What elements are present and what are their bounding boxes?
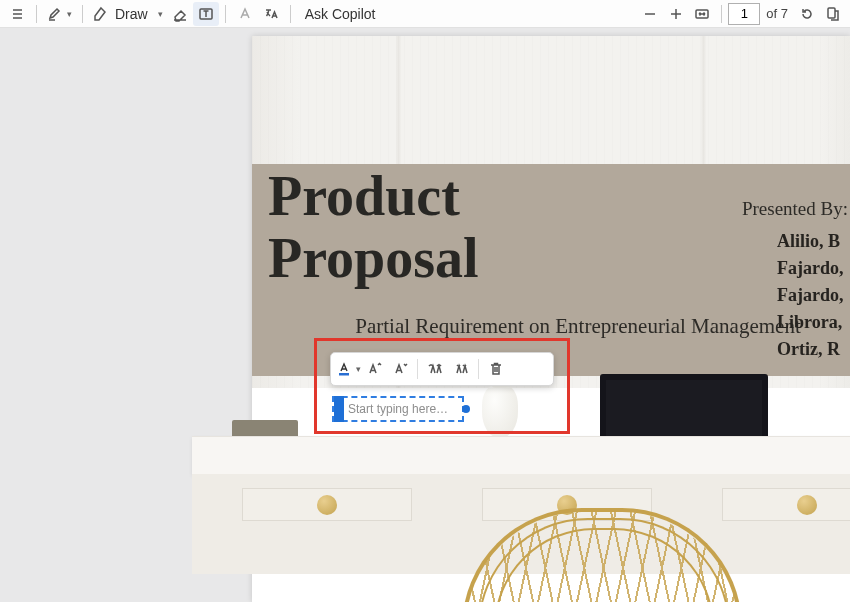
drawer-image [242,488,412,521]
add-text-button[interactable] [193,2,219,26]
text-style-button[interactable] [232,2,258,26]
ask-copilot-button[interactable]: Ask Copilot [297,2,384,26]
textbox-icon [198,6,214,22]
author-list: Alilio, B Fajardo, Fajardo, Librora, Ort… [777,228,850,363]
fit-width-button[interactable] [689,2,715,26]
page-1: Product Proposal Partial Requirement on … [252,36,850,602]
font-color-icon [336,361,352,377]
page-total-label: of 7 [766,6,788,21]
chevron-down-icon: ▾ [158,9,163,19]
highlighter-button[interactable]: ▾ [43,2,76,26]
toolbar-separator [721,5,722,23]
document-subtitle: Partial Requirement on Entrepreneurial M… [338,314,818,339]
minus-icon [642,6,658,22]
chevron-down-icon: ▾ [356,364,361,374]
document-canvas[interactable]: Product Proposal Partial Requirement on … [0,28,850,602]
font-decrease-icon [392,361,408,377]
author-name: Librora, [777,309,850,336]
textbox-resize-handle[interactable] [462,405,470,413]
author-name: Fajardo, [777,255,850,282]
draw-tool[interactable]: Draw ▾ [89,6,167,22]
document-title: Product Proposal [268,166,479,289]
font-icon [237,6,253,22]
translate-icon [263,6,279,22]
list-icon [9,6,25,22]
text-format-popup: ▾ [330,352,554,386]
zoom-out-button[interactable] [637,2,663,26]
highlighter-icon [47,6,63,22]
increase-font-button[interactable] [361,356,387,382]
zoom-in-button[interactable] [663,2,689,26]
textbox-placeholder: Start typing here… [344,402,448,416]
page-view-icon [825,6,841,22]
rotate-icon [799,6,815,22]
new-text-box[interactable]: Start typing here… [332,396,464,422]
toolbar-separator [82,5,83,23]
pdf-toolbar: ▾ Draw ▾ Ask Copilot of 7 [0,0,850,28]
pen-icon [93,6,109,22]
page-view-button[interactable] [820,2,846,26]
toolbar-separator [290,5,291,23]
rotate-button[interactable] [794,2,820,26]
svg-rect-2 [828,8,835,18]
svg-rect-3 [339,373,349,376]
author-name: Fajardo, [777,282,850,309]
decrease-font-button[interactable] [387,356,413,382]
chevron-down-icon: ▾ [67,9,72,19]
title-line: Proposal [268,227,479,289]
increase-spacing-button[interactable] [422,356,448,382]
toolbar-separator [36,5,37,23]
textbox-drag-handle[interactable] [334,396,344,422]
spacing-decrease-icon [453,361,469,377]
presented-by-label: Presented By: [742,198,848,220]
toolbar-separator [225,5,226,23]
draw-label: Draw [115,6,148,22]
desk-image [192,436,850,474]
contents-button[interactable] [4,2,30,26]
title-line: Product [268,165,460,227]
translate-button[interactable] [258,2,284,26]
eraser-button[interactable] [167,2,193,26]
page-number-input[interactable] [728,3,760,25]
spacing-increase-icon [427,361,443,377]
eraser-icon [172,6,188,22]
font-color-button[interactable]: ▾ [335,356,361,382]
author-name: Alilio, B [777,228,850,255]
author-name: Ortiz, R [777,336,850,363]
chair-image [462,508,742,602]
trash-icon [488,361,504,377]
fit-width-icon [694,6,710,22]
font-increase-icon [366,361,382,377]
decrease-spacing-button[interactable] [448,356,474,382]
delete-textbox-button[interactable] [483,356,509,382]
plus-icon [668,6,684,22]
